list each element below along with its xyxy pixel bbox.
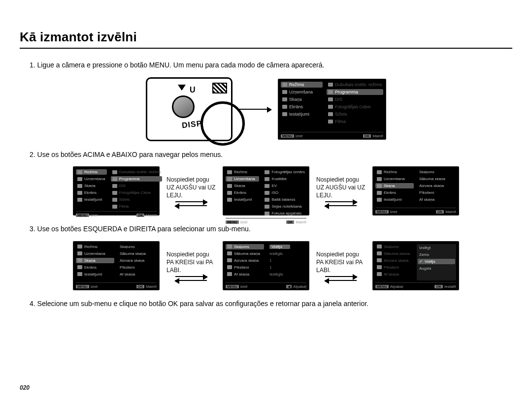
sound-icon bbox=[282, 97, 287, 101]
arrow-bidir bbox=[325, 276, 357, 281]
submenu-volume[interactable]: Skaļums bbox=[226, 244, 264, 249]
submenu-item: DIS bbox=[327, 96, 383, 102]
menu-item-display[interactable]: Ekrāns bbox=[281, 104, 323, 110]
step-3-figure: Režīms Uzņemšana Skaņa Ekrāns Iestatījum… bbox=[20, 241, 512, 290]
press-indicator-icon bbox=[178, 85, 186, 91]
menu-item-settings[interactable]: Iestatījumi bbox=[226, 197, 259, 202]
value-volume: Vidējs bbox=[268, 244, 306, 249]
mode-dial-icon bbox=[200, 101, 245, 146]
submenu-af-sound: Af skaņa bbox=[375, 272, 413, 277]
menu-item-display[interactable]: Ekrāns bbox=[76, 265, 114, 270]
submenu-item: Fotogrāfijas izmērs bbox=[263, 169, 306, 175]
submenu-item[interactable]: Programma bbox=[111, 176, 162, 182]
step-1-text: 1. Ligue a câmera e pressione o botão ME… bbox=[30, 61, 512, 70]
submenu-startup-sound[interactable]: Sākuma skaņa bbox=[226, 251, 264, 256]
submenu-item: Aizvara skaņa bbox=[418, 183, 456, 188]
option-medium[interactable]: ✔ Vidējs bbox=[418, 259, 455, 264]
step-1-figure: U DISP Režīms Uzņemšana Skaņa Ekrāns Ies… bbox=[20, 77, 512, 141]
submenu-item: Pīkstieni bbox=[118, 265, 157, 270]
menu-item-sound[interactable]: Skaņa bbox=[226, 183, 259, 188]
arrow-right-single bbox=[239, 109, 271, 110]
option-low[interactable]: Zems bbox=[418, 252, 455, 257]
display-icon bbox=[282, 105, 287, 109]
menu-item-shooting[interactable]: Uzņemšana bbox=[375, 176, 414, 182]
submenu-item: Baltā balanss bbox=[263, 197, 306, 202]
menu-item-sound[interactable]: Skaņa bbox=[281, 96, 323, 102]
submenu-item: Filma bbox=[111, 204, 162, 209]
menu-item-settings[interactable]: Iestatījumi bbox=[76, 272, 114, 277]
submenu-item[interactable]: Programma bbox=[327, 89, 383, 95]
submenu-startup-sound: Sākuma skaņa bbox=[375, 251, 413, 256]
menu-item-display[interactable]: Ekrāns bbox=[76, 190, 107, 195]
camera-illustration: U DISP bbox=[146, 77, 233, 141]
submenu-item: ISO bbox=[263, 190, 306, 195]
screen-footer: MENUIziet OKMainīt bbox=[281, 132, 383, 138]
corner-pattern-icon bbox=[212, 83, 227, 93]
title-rule bbox=[20, 48, 512, 49]
arrow-bidir bbox=[175, 276, 207, 281]
step-4-text: 4. Selecione um sub-menu e clique no bot… bbox=[30, 299, 512, 309]
gear-icon bbox=[282, 112, 287, 116]
menu-item-shooting[interactable]: Uzņemšana bbox=[76, 251, 114, 256]
menu-item-settings[interactable]: Iestatījumi bbox=[76, 197, 107, 202]
submenu-item: Fotogrāfijas Ceļve bbox=[111, 190, 162, 195]
step-2-figure: Režīms Uzņemšana Skaņa Ekrāns Iestatījum… bbox=[20, 166, 512, 216]
menu-item-mode[interactable]: Režīms bbox=[76, 169, 107, 175]
menu-item-mode[interactable]: Režīms bbox=[226, 169, 259, 175]
submenu-item: DIS bbox=[111, 183, 162, 188]
menu-item-mode[interactable]: Režīms bbox=[281, 82, 323, 88]
submenu-item: Dubultais izvēln. režīms bbox=[111, 169, 162, 175]
submenu-item: Sejas noteikšana bbox=[263, 204, 306, 209]
submenu-beep: Pīkstieni bbox=[375, 265, 413, 270]
value-beep: 1 bbox=[268, 265, 306, 270]
submenu-item: Filma bbox=[327, 119, 383, 124]
submenu-item: Sākuma skaņa bbox=[418, 176, 456, 182]
menu-item-display[interactable]: Ekrāns bbox=[226, 190, 259, 195]
submenu-af-sound[interactable]: Af skaņa bbox=[226, 272, 264, 277]
caption-lr-1: Nospiediet pogu PA KREISI vai PA LABI. bbox=[166, 250, 216, 275]
menu-item-sound[interactable]: Skaņa bbox=[76, 183, 107, 188]
screen-step3-c: Skaļums Sākuma skaņa Aizvara skaņa Pīkst… bbox=[372, 241, 459, 290]
menu-item-mode[interactable]: Režīms bbox=[76, 244, 114, 249]
menu-item-settings[interactable]: Iestatījumi bbox=[281, 111, 323, 117]
screen-step2-a: Režīms Uzņemšana Skaņa Ekrāns Iestatījum… bbox=[73, 166, 160, 216]
menu-item-shooting[interactable]: Uzņemšana bbox=[226, 176, 259, 182]
screen-step2-b: Režīms Uzņemšana Skaņa Ekrāns Iestatījum… bbox=[223, 166, 309, 216]
menu-item-sound[interactable]: Skaņa bbox=[375, 183, 414, 188]
menu-item-shooting[interactable]: Uzņemšana bbox=[76, 176, 107, 182]
arrow-bidir bbox=[325, 201, 357, 206]
page-title: Kā izmantot izvēlni bbox=[20, 30, 512, 45]
submenu-item: Kvalitāte bbox=[263, 176, 306, 182]
option-off[interactable]: Izslēgt bbox=[418, 245, 455, 250]
menu-item-sound[interactable]: Skaņa bbox=[76, 258, 114, 263]
submenu-volume: Skaļums bbox=[375, 244, 413, 249]
mode-icon bbox=[282, 83, 287, 87]
submenu-item: Fokusa apgabals bbox=[263, 211, 306, 216]
disp-label: DISP bbox=[181, 119, 202, 129]
submenu-beep[interactable]: Pīkstieni bbox=[226, 265, 264, 270]
step-3-text: 3. Use os botões ESQUERDA e DIREITA para… bbox=[30, 224, 512, 234]
menu-item-display[interactable]: Ekrāns bbox=[375, 190, 414, 195]
value-startup: Izslēgts bbox=[268, 251, 306, 256]
submenu-shutter-sound[interactable]: Aizvara skaņa bbox=[226, 258, 264, 263]
menu-item-mode[interactable]: Režīms bbox=[375, 169, 414, 175]
arrow-bidir bbox=[175, 201, 207, 206]
submenu-item: Af skaņa bbox=[418, 197, 456, 202]
menu-item-shooting[interactable]: Uzņemšana bbox=[281, 89, 323, 95]
value-af: Ieslēgts bbox=[268, 272, 306, 277]
submenu-item: Sižets bbox=[111, 197, 162, 202]
submenu-item: Pīkstieni bbox=[418, 190, 456, 195]
screen-step3-a: Režīms Uzņemšana Skaņa Ekrāns Iestatījum… bbox=[73, 241, 160, 290]
value-shutter: 1 bbox=[268, 258, 306, 263]
menu-item-settings[interactable]: Iestatījumi bbox=[375, 197, 414, 202]
submenu-item: Dubultais izvēln. režīms bbox=[327, 82, 383, 88]
caption-lr-2: Nospiediet pogu PA KREISI vai PA LABI. bbox=[316, 250, 366, 275]
submenu-item: Skaļums bbox=[118, 244, 157, 249]
u-glyph: U bbox=[190, 86, 196, 94]
menu-button-icon bbox=[172, 95, 195, 118]
caption-updown-2: Nospiediet pogu UZ AUGŠU vai UZ LEJU. bbox=[316, 176, 366, 200]
submenu-item: Sākuma skaņa bbox=[118, 251, 157, 256]
option-high[interactable]: Augsts bbox=[418, 266, 455, 271]
step-2-text: 2. Use os botões ACIMA e ABAIXO para nav… bbox=[30, 150, 512, 160]
screen-mode-menu: Režīms Uzņemšana Skaņa Ekrāns Iestatījum… bbox=[278, 79, 386, 140]
